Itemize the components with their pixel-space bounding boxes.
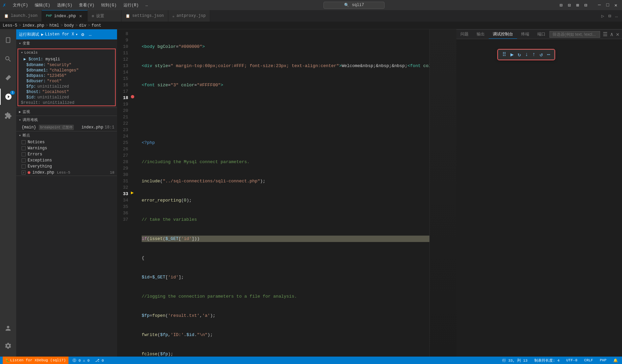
panel-tab-output[interactable]: 输出 bbox=[473, 30, 489, 39]
debug-toolbar: 运行和调试 ▶ Listen for X ▾ ⚙ … bbox=[16, 29, 117, 39]
locals-dbname1: $dbname1: "challenges" bbox=[18, 68, 115, 73]
restart-icon[interactable]: ↺ bbox=[538, 51, 544, 59]
watch-header[interactable]: ▶ 监视 bbox=[16, 108, 117, 116]
tab-index-close[interactable]: ✕ bbox=[78, 13, 83, 19]
panel-tab-console[interactable]: 调试控制台 bbox=[489, 30, 517, 39]
breadcrumb-html[interactable]: html bbox=[49, 23, 59, 28]
window-apps-icon[interactable]: ⊟ bbox=[582, 2, 589, 9]
status-position[interactable]: 行 33, 列 13 bbox=[501, 358, 529, 363]
panel-chevron-up-icon[interactable]: ∧ bbox=[610, 31, 614, 38]
activity-git[interactable] bbox=[0, 70, 16, 86]
status-tabsize[interactable]: 制表符长度: 4 bbox=[533, 358, 561, 363]
minimap bbox=[429, 29, 456, 357]
panel-tab-ports[interactable]: 端口 bbox=[533, 30, 549, 39]
breadcrumb-less5[interactable]: Less-5 bbox=[3, 23, 17, 28]
warnings-checkbox[interactable] bbox=[22, 146, 26, 150]
locals-con1[interactable]: ▶ $con1: mysqli bbox=[18, 56, 115, 62]
step-over-icon[interactable]: ↻ bbox=[516, 51, 522, 59]
activity-explorer[interactable] bbox=[0, 32, 16, 48]
menu-view[interactable]: 查看(V) bbox=[78, 2, 96, 9]
menu-select[interactable]: 选择(S) bbox=[56, 2, 74, 9]
status-git[interactable]: ⎇ 0 bbox=[94, 358, 105, 363]
activity-settings[interactable] bbox=[0, 338, 16, 354]
run-icon[interactable]: ▷ bbox=[600, 12, 605, 20]
tab-settingsjson[interactable]: 📋 settings.json bbox=[121, 10, 168, 22]
maximize-button[interactable]: □ bbox=[604, 2, 611, 8]
variables-label: 变量 bbox=[23, 41, 30, 46]
editor-container: ⠿ ▶ ↻ ↓ ↑ ↺ ⋯ 8 9 10 11 12 13 bbox=[117, 29, 622, 357]
breadcrumb-indexphp[interactable]: index.php bbox=[22, 23, 44, 28]
debug-more-icon[interactable]: … bbox=[87, 31, 93, 38]
status-notifications[interactable]: 🔔 bbox=[612, 358, 619, 363]
tab-antproxy[interactable]: ☕ antproxy.jsp bbox=[168, 10, 210, 22]
close-button[interactable]: ✕ bbox=[613, 2, 619, 9]
locals-result-val: $result: uninitialized bbox=[21, 100, 74, 105]
tab-bar: 📋 launch.json PHP index.php ✕ ⚙ 设置 📋 set… bbox=[0, 10, 622, 22]
panel-tab-problems[interactable]: 问题 bbox=[456, 30, 473, 39]
activity-extensions[interactable] bbox=[0, 108, 16, 124]
panel-tab-terminal[interactable]: 终端 bbox=[517, 30, 533, 39]
locals-id-key: $id: bbox=[26, 95, 36, 100]
locals-fp-val: uninitialized bbox=[37, 84, 69, 89]
filter-input[interactable] bbox=[549, 31, 600, 38]
drag-icon[interactable]: ⠿ bbox=[501, 51, 508, 59]
status-language[interactable]: PHP bbox=[598, 358, 608, 362]
code-editor[interactable]: 8 9 10 11 12 13 14 15 16 17 18 19 20 21 bbox=[117, 29, 456, 357]
locals-header[interactable]: ▾ Locals bbox=[18, 49, 115, 56]
tab-index[interactable]: PHP index.php ✕ bbox=[42, 10, 88, 22]
breakpoint-notices: Notices bbox=[16, 139, 117, 145]
variables-header[interactable]: ▾ 变量 bbox=[16, 39, 117, 47]
exceptions-checkbox[interactable] bbox=[22, 158, 26, 162]
debug-listen-button[interactable]: ▶ Listen for X ▾ bbox=[41, 32, 78, 37]
step-out-icon[interactable]: ↑ bbox=[531, 51, 537, 58]
tab-settings-label: 设置 bbox=[96, 13, 104, 19]
notices-checkbox[interactable] bbox=[22, 140, 26, 144]
code-content[interactable]: <body bgColor="#000000"> <div style=" ma… bbox=[136, 29, 429, 357]
panel-close-icon[interactable]: ✕ bbox=[616, 31, 619, 38]
status-errors[interactable]: ⓪ 0 ⚠ 0 bbox=[71, 358, 91, 363]
breakpoint-badge: breakpoint 已暂停 bbox=[39, 125, 74, 130]
file-checkbox[interactable] bbox=[22, 171, 26, 175]
tab-index-label: index.php bbox=[54, 14, 76, 19]
window-layout2-icon[interactable]: ⊡ bbox=[566, 2, 572, 9]
search-bar[interactable]: 🔍 sqli7 bbox=[323, 2, 385, 9]
status-right: 行 33, 列 13 制表符长度: 4 UTF-8 CRLF PHP 🔔 bbox=[501, 358, 619, 363]
breadcrumb-font[interactable]: font bbox=[91, 23, 101, 28]
tab-settings[interactable]: ⚙ 设置 bbox=[88, 10, 121, 22]
continue-icon[interactable]: ▶ bbox=[509, 51, 515, 59]
callstack-item-main[interactable]: {main} breakpoint 已暂停 index.php 18:1 bbox=[16, 124, 117, 131]
minimize-button[interactable]: ─ bbox=[596, 2, 603, 8]
status-debug[interactable]: 🐛 Listen for XDebug (sqli7) bbox=[3, 357, 68, 364]
window-split-icon[interactable]: ⊞ bbox=[574, 2, 581, 9]
errors-checkbox[interactable] bbox=[22, 152, 26, 156]
callstack-header[interactable]: ▾ 调用堆栈 bbox=[16, 116, 117, 124]
activity-account[interactable] bbox=[0, 320, 16, 336]
window-layout-icon[interactable]: ⊟ bbox=[558, 2, 564, 9]
split-editor-icon[interactable]: ⊟ bbox=[607, 12, 612, 20]
stop-icon[interactable]: ⋯ bbox=[545, 51, 552, 59]
breadcrumb-body[interactable]: body bbox=[64, 23, 74, 28]
editor-area: ⠿ ▶ ↻ ↓ ↑ ↺ ⋯ 8 9 10 11 12 13 bbox=[117, 29, 622, 357]
activity-debug[interactable]: 1 bbox=[0, 89, 16, 105]
code-line-21: //logging the connection parameters to a… bbox=[142, 293, 429, 300]
menu-edit[interactable]: 编辑(E) bbox=[33, 2, 52, 9]
more-tabs-icon[interactable]: … bbox=[614, 12, 619, 19]
status-lineending[interactable]: CRLF bbox=[583, 358, 594, 362]
menu-goto[interactable]: 转到(G) bbox=[100, 2, 118, 9]
menu-more[interactable]: … bbox=[144, 2, 149, 8]
breadcrumb-div[interactable]: div bbox=[79, 23, 86, 28]
everything-checkbox[interactable] bbox=[22, 164, 26, 169]
step-into-icon[interactable]: ↓ bbox=[524, 51, 530, 58]
menu-file[interactable]: 文件(F) bbox=[11, 2, 30, 9]
panel-list-icon[interactable]: ☰ bbox=[603, 31, 607, 38]
menu-run[interactable]: 运行(R) bbox=[122, 2, 140, 9]
activity-search[interactable] bbox=[0, 51, 16, 67]
debug-settings-icon[interactable]: ⚙ bbox=[80, 31, 85, 38]
code-line-13: <?php bbox=[142, 140, 429, 146]
status-encoding[interactable]: UTF-8 bbox=[565, 358, 579, 362]
code-line-14: //including the Mysql connect parameters… bbox=[142, 159, 429, 165]
code-line-11 bbox=[142, 101, 429, 108]
variables-locals: ▾ Locals ▶ $con1: mysqli $dbname: "secur… bbox=[18, 49, 116, 106]
breakpoints-header[interactable]: ▾ 断点 bbox=[16, 131, 117, 139]
tab-launch[interactable]: 📋 launch.json bbox=[0, 10, 42, 22]
